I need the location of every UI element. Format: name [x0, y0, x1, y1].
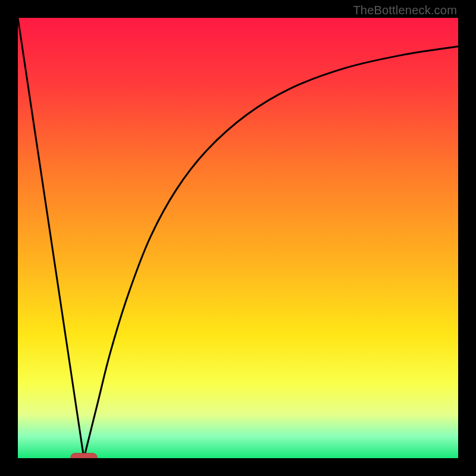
- gradient-background: [18, 18, 458, 458]
- chart-frame: TheBottleneck.com: [0, 0, 476, 476]
- vertex-marker: [71, 453, 97, 458]
- attribution-text: TheBottleneck.com: [353, 4, 457, 17]
- chart-svg: [18, 18, 458, 458]
- plot-area: [18, 18, 458, 458]
